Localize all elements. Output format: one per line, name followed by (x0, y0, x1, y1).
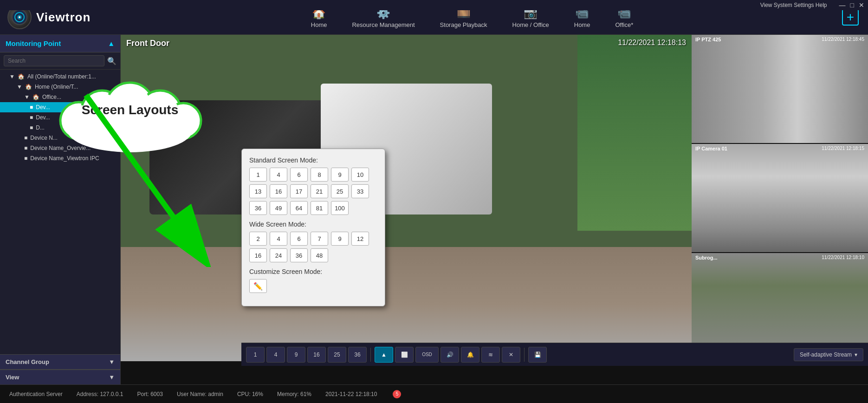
nav-home-label: Home (311, 21, 327, 28)
device-icon-ov: ■ (24, 145, 27, 151)
std-btn-13[interactable]: 13 (249, 184, 267, 198)
std-btn-25[interactable]: 25 (331, 184, 349, 198)
device-icon-2: ■ (30, 114, 33, 121)
std-btn-1[interactable]: 1 (249, 168, 267, 182)
wide-mode-title: Wide Screen Mode: (249, 221, 377, 228)
layout-1-button[interactable]: 1 (246, 347, 265, 363)
nav-home-office-label: Home / Office (512, 21, 549, 28)
grid-button[interactable]: ≋ (481, 347, 500, 363)
osd-button[interactable]: OSD (415, 347, 439, 363)
std-btn-49[interactable]: 49 (270, 201, 287, 215)
channel-group-label: Channel Group (6, 358, 49, 365)
right-feed-1: IP PTZ 425 11/22/2021 12:18:45 (692, 35, 868, 143)
memory-label: Memory: 61% (277, 391, 311, 397)
device-icon-1: ■ (30, 104, 33, 110)
bottom-toolbar: 1 4 9 16 25 36 ▲ ⬜ OSD 🔊 🔔 ≋ ✕ 💾 Self-ad… (241, 343, 868, 366)
address-label: Address: 127.0.0.1 (77, 391, 123, 397)
tree-area (577, 35, 692, 231)
maximize-button[interactable]: □ (850, 1, 854, 9)
view-header[interactable]: View ▼ (0, 370, 120, 384)
std-btn-64[interactable]: 64 (290, 201, 308, 215)
add-tab-button[interactable]: + (842, 9, 859, 26)
layout-25-button[interactable]: 25 (328, 347, 346, 363)
toolbar-separator-2 (524, 348, 525, 362)
view-chevron: ▼ (109, 374, 115, 381)
std-btn-33[interactable]: 33 (351, 184, 369, 198)
title-text: View System Settings Help (760, 2, 827, 8)
wide-btn-2[interactable]: 2 (249, 232, 267, 246)
expand-icon: ▼ (9, 73, 15, 80)
nav-storage-label: Storage Playback (440, 21, 487, 28)
svg-point-3 (19, 16, 20, 18)
right-feed-2-label: IP Camera 01 (695, 146, 727, 151)
stream-select[interactable]: Self-adaptive Stream ▾ (794, 348, 863, 361)
std-btn-21[interactable]: 21 (311, 184, 328, 198)
user-value: admin (208, 391, 223, 397)
std-btn-16[interactable]: 16 (270, 184, 287, 198)
stream-label: Self-adaptive Stream (800, 351, 852, 358)
right-feed-3-timestamp: 11/22/2021 12:18:10 (822, 255, 864, 260)
standard-buttons-grid: 1 4 6 8 9 10 13 16 17 21 25 33 36 49 64 … (249, 168, 377, 215)
wide-btn-4[interactable]: 4 (270, 232, 287, 246)
channel-group-chevron: ▼ (109, 358, 115, 365)
expand-icon-home: ▼ (17, 84, 22, 90)
wide-btn-6[interactable]: 6 (290, 232, 308, 246)
channel-group-header[interactable]: Channel Group ▼ (0, 354, 120, 370)
minimize-button[interactable]: — (839, 1, 846, 9)
fullscreen-button[interactable]: ⬜ (395, 347, 414, 363)
wide-btn-36[interactable]: 36 (290, 248, 308, 262)
expand-icon-office: ▼ (24, 94, 30, 100)
search-icon[interactable]: 🔍 (107, 57, 117, 65)
close-button[interactable]: ✕ (859, 1, 864, 9)
alarm-button[interactable]: 🔔 (461, 347, 479, 363)
right-feed-2-timestamp: 11/22/2021 12:18:15 (822, 146, 864, 151)
std-btn-100[interactable]: 100 (331, 201, 349, 215)
std-btn-10[interactable]: 10 (351, 168, 369, 182)
close-stream-button[interactable]: ✕ (502, 347, 520, 363)
home-tree-icon: 🏠 (18, 73, 25, 80)
view-label: View (6, 374, 19, 381)
wide-btn-16[interactable]: 16 (249, 248, 267, 262)
cpu-value: 16% (252, 391, 263, 397)
wide-btn-9[interactable]: 9 (331, 232, 349, 246)
customize-btn[interactable]: ✏️ (249, 279, 267, 293)
std-btn-17[interactable]: 17 (290, 184, 308, 198)
layout-36-button[interactable]: 36 (348, 347, 367, 363)
wide-buttons-grid: 2 4 6 7 9 12 16 24 36 48 (249, 232, 377, 262)
main-feed-timestamp: 11/22/2021 12:18:13 (618, 39, 686, 47)
stream-dropdown-icon: ▾ (855, 351, 857, 358)
std-btn-36[interactable]: 36 (249, 201, 267, 215)
auth-server-label: Authentication Server (9, 391, 63, 397)
audio-button[interactable]: 🔊 (440, 347, 459, 363)
save-button[interactable]: 💾 (528, 347, 547, 363)
std-btn-9[interactable]: 9 (331, 168, 349, 182)
monitoring-point-label: Monitoring Point (6, 39, 61, 47)
device-icon-vt: ■ (24, 155, 27, 162)
wide-btn-7[interactable]: 7 (311, 232, 328, 246)
layout-9-button[interactable]: 9 (287, 347, 305, 363)
wide-btn-24[interactable]: 24 (270, 248, 287, 262)
port-value: 6003 (150, 391, 163, 397)
std-btn-6[interactable]: 6 (290, 168, 308, 182)
feed2-bg (692, 144, 868, 252)
logo-text: Viewtron (36, 10, 91, 25)
layout-16-button[interactable]: 16 (307, 347, 326, 363)
nav-home2-label: Home (574, 21, 590, 28)
main-area: Front Door 11/22/2021 12:18:13 IP PTZ 42… (121, 35, 868, 384)
feed1-bg (692, 35, 868, 143)
cpu-label: CPU: 16% (237, 391, 263, 397)
layout-4-button[interactable]: 4 (266, 347, 285, 363)
customize-buttons-grid: ✏️ (249, 279, 377, 293)
std-btn-4[interactable]: 4 (270, 168, 287, 182)
std-btn-81[interactable]: 81 (311, 201, 328, 215)
monitoring-point-collapse[interactable]: ▲ (108, 39, 115, 47)
notification-badge: 5 (393, 390, 401, 398)
wide-btn-12[interactable]: 12 (351, 232, 369, 246)
user-label: User Name: admin (177, 391, 223, 397)
screen-layout-button[interactable]: ▲ (375, 347, 393, 363)
wide-btn-48[interactable]: 48 (311, 248, 328, 262)
right-feed-2: IP Camera 01 11/22/2021 12:18:15 (692, 144, 868, 252)
device-icon-3: ■ (30, 124, 33, 131)
std-btn-8[interactable]: 8 (311, 168, 328, 182)
address-value: 127.0.0.1 (100, 391, 123, 397)
